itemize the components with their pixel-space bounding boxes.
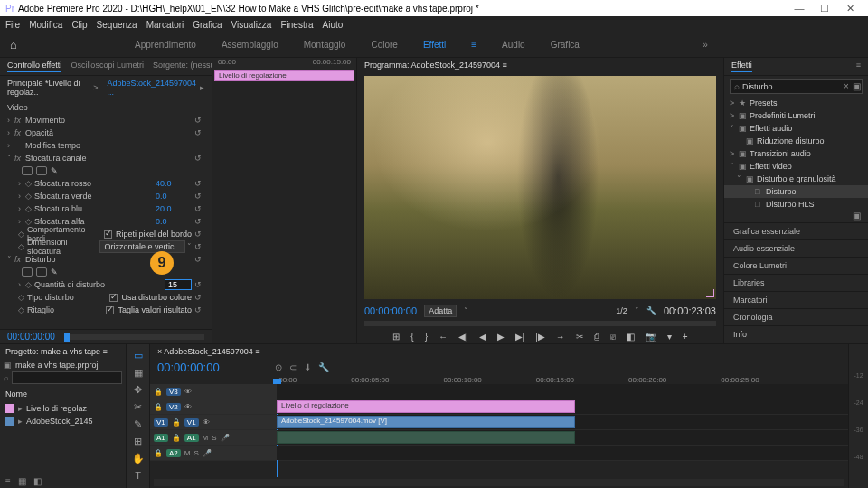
- project-search-input[interactable]: [12, 371, 122, 384]
- link-icon[interactable]: ⊂: [289, 362, 297, 372]
- panel-menu-icon[interactable]: ≡: [856, 61, 861, 72]
- workspace-audio[interactable]: Audio: [502, 40, 525, 50]
- collapsed-panel[interactable]: Colore Lumetri: [724, 258, 868, 275]
- project-tab[interactable]: Progetto: make a vhs tape: [5, 347, 100, 356]
- new-bin-icon[interactable]: ▣: [853, 81, 861, 91]
- reset-icon[interactable]: ↺: [192, 255, 204, 264]
- noise-amount-input[interactable]: 15: [165, 279, 192, 290]
- timeline-zoom-scrollbar[interactable]: [154, 479, 844, 486]
- workspace-assemblaggio[interactable]: Assemblaggio: [222, 40, 278, 50]
- panel-tab[interactable]: Controllo effetti: [7, 61, 61, 72]
- reset-icon[interactable]: ↺: [192, 116, 204, 125]
- menu-finestra[interactable]: Finestra: [280, 20, 313, 30]
- transport-button[interactable]: }: [425, 332, 428, 342]
- tool-button[interactable]: ✂: [134, 401, 142, 413]
- project-item[interactable]: ▸Livello di regolaz: [4, 402, 122, 415]
- mask-ellipse-icon[interactable]: [22, 267, 33, 277]
- column-header-name[interactable]: Nome: [4, 386, 122, 402]
- tool-button[interactable]: ▭: [134, 350, 143, 361]
- mask-pen-icon[interactable]: ✎: [51, 166, 61, 175]
- collapsed-panel[interactable]: Cronologia: [724, 309, 868, 326]
- collapsed-panel[interactable]: Libraries: [724, 275, 868, 292]
- effect-tree-item[interactable]: ˅▣Effetti audio: [724, 122, 868, 135]
- mask-rect-icon[interactable]: [36, 267, 47, 277]
- transport-button[interactable]: →: [556, 332, 565, 342]
- color-noise-checkbox[interactable]: [109, 294, 118, 302]
- tool-button[interactable]: ✋: [132, 453, 145, 465]
- program-in-timecode[interactable]: 00:00:00:00: [364, 305, 417, 316]
- home-icon[interactable]: ⌂: [0, 38, 27, 52]
- reset-icon[interactable]: ↺: [192, 179, 204, 188]
- program-tab[interactable]: Programma: AdobeStock_214597004: [364, 61, 500, 70]
- project-item[interactable]: ▸AdobeStock_2145: [4, 415, 122, 427]
- menu-modifica[interactable]: Modifica: [29, 20, 62, 30]
- workspace-colore[interactable]: Colore: [371, 40, 397, 50]
- transport-button[interactable]: ▾: [667, 332, 672, 342]
- program-zoom[interactable]: 1/2: [616, 306, 627, 315]
- blur-dim-dropdown[interactable]: Orizzontale e vertic...: [99, 240, 185, 253]
- program-monitor[interactable]: [364, 76, 716, 299]
- transport-button[interactable]: ⊞: [392, 332, 400, 342]
- freeform-view-icon[interactable]: ◧: [33, 476, 42, 486]
- clip-video[interactable]: AdobeStock_214597004.mov [V]: [277, 416, 575, 428]
- menu-file[interactable]: File: [5, 20, 20, 30]
- icon-view-icon[interactable]: ▦: [18, 476, 26, 486]
- program-scrubber[interactable]: [364, 321, 716, 326]
- menu-aiuto[interactable]: Aiuto: [323, 20, 344, 30]
- menu-marcatori[interactable]: Marcatori: [146, 20, 184, 30]
- settings-icon[interactable]: 🔧: [318, 362, 329, 372]
- list-view-icon[interactable]: ≡: [5, 476, 11, 486]
- transport-button[interactable]: ◀|: [458, 332, 468, 342]
- tool-button[interactable]: ▦: [134, 367, 143, 379]
- panel-tab[interactable]: Oscilloscopi Lumetri: [71, 61, 144, 72]
- tool-button[interactable]: ✎: [134, 418, 142, 430]
- transport-button[interactable]: 📷: [646, 332, 656, 342]
- effect-tree-item[interactable]: >★Presets: [724, 97, 868, 109]
- effect-tree-item[interactable]: >▣Predefiniti Lumetri: [724, 109, 868, 122]
- menu-clip[interactable]: Clip: [71, 20, 87, 30]
- menu-grafica[interactable]: Grafica: [193, 20, 222, 30]
- transport-button[interactable]: ▶: [497, 332, 505, 342]
- reset-icon[interactable]: ↺: [192, 293, 204, 302]
- menu-visualizza[interactable]: Visualizza: [231, 20, 272, 30]
- tool-button[interactable]: ⊞: [134, 436, 142, 447]
- workspace-montaggio[interactable]: Montaggio: [304, 40, 346, 50]
- workspace-apprendimento[interactable]: Apprendimento: [135, 40, 196, 50]
- fx-channel-blur[interactable]: Sfocatura canale: [25, 154, 192, 163]
- minimize-button[interactable]: —: [787, 3, 812, 14]
- reset-icon[interactable]: ↺: [192, 217, 204, 226]
- mask-ellipse-icon[interactable]: [22, 166, 33, 175]
- effects-search-input[interactable]: [742, 82, 844, 91]
- workspace-effetti[interactable]: Effetti: [423, 40, 446, 50]
- mask-pen-icon[interactable]: ✎: [51, 267, 61, 277]
- collapsed-panel[interactable]: Info: [724, 326, 868, 343]
- settings-icon[interactable]: 🔧: [646, 306, 656, 315]
- effect-tree-item[interactable]: >▣Transizioni audio: [724, 147, 868, 160]
- reset-icon[interactable]: ↺: [192, 230, 204, 239]
- clear-search-icon[interactable]: ×: [844, 81, 849, 91]
- collapsed-panel[interactable]: Marcatori: [724, 292, 868, 309]
- sequence-tab[interactable]: AdobeStock_214597004: [164, 347, 253, 356]
- reset-icon[interactable]: ↺: [192, 128, 204, 137]
- transport-button[interactable]: ▶|: [515, 332, 525, 342]
- transport-button[interactable]: {: [410, 332, 413, 342]
- effect-tree-item[interactable]: ˅▣Effetti video: [724, 160, 868, 173]
- effect-panel-scrubber[interactable]: [64, 334, 204, 340]
- transport-button[interactable]: ◀: [479, 332, 486, 342]
- effect-tree-item[interactable]: □Disturbo HLS: [724, 198, 868, 209]
- edge-repeat-checkbox[interactable]: [104, 230, 112, 239]
- transport-button[interactable]: |▶: [535, 332, 545, 342]
- reset-icon[interactable]: ↺: [192, 192, 204, 201]
- panel-tab[interactable]: Sorgente: (nessuna clip): [153, 61, 212, 72]
- transport-button[interactable]: +: [683, 332, 688, 342]
- timeline-timecode[interactable]: 00:00:00:00: [157, 361, 275, 374]
- reset-icon[interactable]: ↺: [192, 280, 204, 289]
- workspace-overflow[interactable]: »: [687, 40, 723, 50]
- collapsed-panel[interactable]: Audio essenziale: [724, 240, 868, 258]
- fx-motion[interactable]: Movimento: [25, 116, 192, 125]
- transport-button[interactable]: ←: [439, 332, 448, 342]
- fx-timeremap[interactable]: Modifica tempo: [25, 141, 204, 150]
- source-clip-link[interactable]: AdobeStock_214597004 ...: [107, 79, 196, 97]
- collapsed-panel[interactable]: Grafica essenziale: [724, 223, 868, 240]
- workspace-grafica[interactable]: Grafica: [551, 40, 580, 50]
